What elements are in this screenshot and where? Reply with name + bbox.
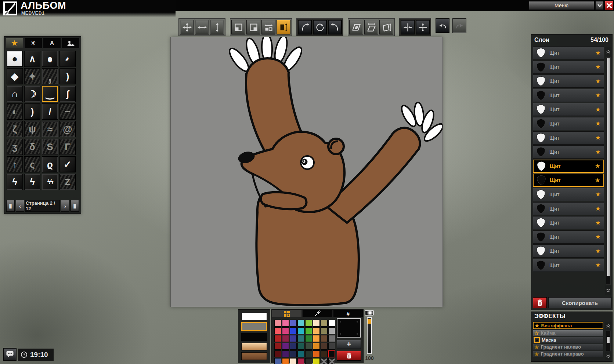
color-swatch[interactable] xyxy=(282,343,289,350)
layer-row[interactable]: Щит★ xyxy=(533,117,604,130)
favorite-star-icon[interactable]: ★ xyxy=(595,120,601,127)
color-swatch[interactable] xyxy=(297,327,304,334)
favorite-star-icon[interactable]: ★ xyxy=(595,190,601,198)
favorite-star-icon[interactable]: ★ xyxy=(595,106,601,113)
color-swatch[interactable] xyxy=(321,358,328,364)
layer-row[interactable]: Щит★ xyxy=(533,174,604,187)
layer-row[interactable]: Щит★ xyxy=(533,202,604,215)
scroll-thumb[interactable] xyxy=(607,337,610,343)
favorite-star-icon[interactable]: ★ xyxy=(595,63,601,71)
copy-layer-button[interactable]: Скопировать xyxy=(548,297,611,308)
shape-circle[interactable]: ● xyxy=(7,51,23,67)
chat-button[interactable] xyxy=(3,348,17,361)
layer-row[interactable]: Щит★ xyxy=(533,103,604,116)
scroll-up-button[interactable] xyxy=(605,322,611,330)
color-swatch[interactable] xyxy=(305,343,312,350)
color-swatch[interactable] xyxy=(290,327,297,334)
favorite-star-icon[interactable]: ★ xyxy=(595,77,601,85)
shape-swirl-delta[interactable]: δ xyxy=(24,139,40,155)
color-swatch[interactable] xyxy=(313,358,320,364)
tab-pattern-shapes[interactable]: ✳ xyxy=(24,38,42,48)
rotate-free-button[interactable] xyxy=(313,20,327,34)
color-swatch[interactable] xyxy=(282,320,289,327)
color-swatch[interactable] xyxy=(328,350,335,357)
recent-color[interactable] xyxy=(241,322,267,331)
color-swatch[interactable] xyxy=(328,320,335,327)
tab-eyedropper[interactable] xyxy=(302,310,332,317)
color-swatch[interactable] xyxy=(274,327,281,334)
add-color-button[interactable]: + xyxy=(337,340,361,349)
favorite-star-icon[interactable]: ★ xyxy=(595,261,601,269)
color-swatch[interactable] xyxy=(290,358,297,364)
color-swatch[interactable] xyxy=(305,350,312,357)
layer-row[interactable]: Щит★ xyxy=(533,188,604,201)
shape-flag[interactable]: Γ xyxy=(59,139,76,155)
color-swatch[interactable] xyxy=(313,343,320,350)
shape-spiral[interactable]: @ xyxy=(59,121,76,137)
color-swatch[interactable] xyxy=(297,335,304,342)
shape-curvy-s[interactable]: ς xyxy=(24,156,40,172)
color-swatch[interactable] xyxy=(313,327,320,334)
first-page-button[interactable]: ▮ xyxy=(6,200,15,212)
layer-row[interactable]: Щит★ xyxy=(533,131,604,145)
remove-color-button[interactable] xyxy=(337,351,361,361)
prev-page-button[interactable]: ‹ xyxy=(16,200,24,212)
scroll-up-button[interactable] xyxy=(605,47,611,57)
shape-lightning-double[interactable]: ϟϟ xyxy=(42,174,58,190)
color-swatch[interactable] xyxy=(297,350,304,357)
color-swatch[interactable] xyxy=(321,320,328,327)
shape-swirl-s[interactable]: S xyxy=(42,139,58,155)
redo-button[interactable] xyxy=(452,18,466,33)
shape-arrow-up[interactable]: ↑ xyxy=(7,156,23,172)
color-swatch[interactable] xyxy=(321,327,328,334)
color-swatch[interactable] xyxy=(290,350,297,357)
shape-curl[interactable]: ʒ xyxy=(7,139,23,155)
favorite-star-icon[interactable]: ★ xyxy=(595,247,601,255)
recent-color[interactable] xyxy=(241,343,267,350)
opacity-slider[interactable] xyxy=(367,317,372,354)
shape-arc[interactable]: ∩ xyxy=(7,86,23,102)
effect-item[interactable]: ☆Кайма xyxy=(533,330,603,336)
skew-vertical-button[interactable] xyxy=(379,20,393,34)
menu-button[interactable]: Меню xyxy=(529,1,594,10)
color-swatch[interactable] xyxy=(305,358,312,364)
color-swatch[interactable] xyxy=(290,335,297,342)
favorite-star-icon[interactable]: ★ xyxy=(595,176,600,184)
shape-z-swirl[interactable]: Z xyxy=(59,174,76,190)
scale-corner-button[interactable] xyxy=(231,20,245,34)
move-vertical-button[interactable] xyxy=(210,20,224,34)
effect-item[interactable]: ★Градиент налево xyxy=(533,344,603,350)
layer-row[interactable]: Щит★ xyxy=(533,259,604,272)
color-swatch[interactable] xyxy=(328,327,335,334)
color-swatch[interactable] xyxy=(282,350,289,357)
favorite-star-icon[interactable]: ★ xyxy=(595,162,600,170)
favorite-star-icon[interactable]: ★ xyxy=(595,49,601,57)
shape-swoosh[interactable]: / xyxy=(42,103,58,120)
shape-egg[interactable]: ● xyxy=(42,51,58,67)
mirror-vertical-button[interactable] xyxy=(416,20,430,34)
layer-row[interactable]: Щит★ xyxy=(533,61,604,74)
color-swatch[interactable] xyxy=(305,320,312,327)
layer-row[interactable]: Щит★ xyxy=(533,145,604,159)
scale-vertical-button[interactable] xyxy=(277,20,290,34)
color-swatch[interactable] xyxy=(297,320,304,327)
shape-smile[interactable]: ‿ xyxy=(42,86,58,102)
opacity-thumb[interactable] xyxy=(368,319,371,324)
layer-row[interactable]: Щит★ xyxy=(533,89,604,102)
layer-row[interactable]: Щит★ xyxy=(533,46,604,59)
color-swatch[interactable] xyxy=(290,320,297,327)
delete-layer-button[interactable] xyxy=(533,297,547,308)
shape-lightning[interactable]: ϟ xyxy=(7,174,23,190)
menu-caret-button[interactable] xyxy=(595,1,604,10)
layer-row[interactable]: Щит★ xyxy=(533,74,604,88)
move-horizontal-button[interactable] xyxy=(195,20,209,34)
scroll-thumb[interactable] xyxy=(607,58,610,276)
favorite-star-icon[interactable]: ★ xyxy=(595,219,601,227)
color-swatch[interactable] xyxy=(328,343,335,350)
drawing-canvas[interactable] xyxy=(170,37,443,307)
recent-color[interactable] xyxy=(241,313,267,320)
shape-fork[interactable]: ψ xyxy=(24,121,40,137)
scale-horizontal-button[interactable] xyxy=(261,20,275,34)
skew-horizontal-button[interactable] xyxy=(364,20,378,34)
color-swatch[interactable] xyxy=(321,335,328,342)
